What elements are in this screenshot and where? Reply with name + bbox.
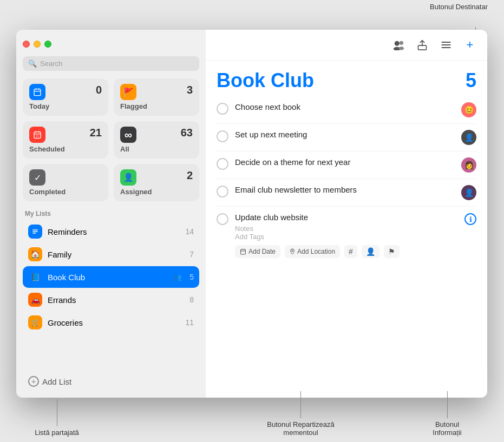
share-button[interactable] <box>414 36 431 54</box>
task-avatar-4: 👤 <box>461 185 476 200</box>
tasks-area: Choose next book 😊 Set up next meeting 👤… <box>206 96 487 398</box>
smart-list-all[interactable]: ∞ 63 All <box>114 121 199 159</box>
search-input[interactable]: Search <box>40 60 62 68</box>
errands-count: 8 <box>189 295 194 304</box>
add-date-label: Add Date <box>248 248 276 255</box>
svg-point-15 <box>399 47 404 50</box>
task-text-1: Choose next book <box>235 102 455 112</box>
person-icon: 👤 <box>366 247 375 256</box>
task-name-4: Email club newsletter to members <box>235 185 357 194</box>
flag-button[interactable]: ⚑ <box>384 245 400 258</box>
add-location-button[interactable]: Add Location <box>285 245 340 258</box>
task-row: Choose next book 😊 <box>217 96 476 124</box>
today-label: Today <box>29 102 102 110</box>
annotation-shared-list: Listă partajată <box>16 399 97 437</box>
flagged-icon: 🚩 <box>120 84 136 100</box>
svg-rect-20 <box>241 249 246 254</box>
flag-icon: ⚑ <box>388 247 395 256</box>
list-title: Book Club <box>217 69 314 92</box>
groceries-label: Groceries <box>48 318 180 327</box>
scheduled-label: Scheduled <box>29 145 102 153</box>
add-list-icon: + <box>28 376 39 387</box>
smart-list-completed[interactable]: ✓ Completed <box>23 164 108 201</box>
task-checkbox-4[interactable] <box>217 186 228 197</box>
task-toolbar: Add Date Add Location # <box>235 245 458 258</box>
bottom-annotations: Listă partajată Butonul Repartizează mem… <box>16 391 488 437</box>
collaborators-button[interactable] <box>390 36 407 54</box>
task-name-1: Choose next book <box>235 102 300 111</box>
smart-lists-grid: 0 Today 🚩 3 Flagged <box>23 78 199 201</box>
task-checkbox-5[interactable] <box>217 213 228 225</box>
reminders-count: 14 <box>185 227 194 236</box>
task-checkbox-2[interactable] <box>217 130 228 142</box>
flagged-label: Flagged <box>120 102 193 110</box>
titlebar <box>23 38 199 48</box>
flagged-count: 3 <box>187 84 193 96</box>
main-content: + Book Club 5 Choose next book 😊 Set up … <box>206 30 487 398</box>
task-notes: Notes <box>235 225 458 233</box>
list-item-family[interactable]: 🏠 Family 7 <box>23 243 199 265</box>
all-icon: ∞ <box>120 127 136 143</box>
errands-label: Errands <box>48 295 184 305</box>
lists-container: Reminders 14 🏠 Family 7 📘 Book Club 👥 5 … <box>23 221 199 370</box>
errands-icon: 🚗 <box>28 293 42 307</box>
smart-list-scheduled[interactable]: 21 21 Scheduled <box>23 121 108 159</box>
task-row: Set up next meeting 👤 <box>217 124 476 151</box>
assigned-count: 2 <box>187 169 193 182</box>
svg-point-12 <box>395 41 400 46</box>
task-info-button[interactable]: ℹ <box>464 213 476 225</box>
list-item-errands[interactable]: 🚗 Errands 8 <box>23 289 199 311</box>
task-avatar-3: 👩 <box>461 157 476 173</box>
svg-rect-0 <box>34 89 41 96</box>
annotation-shared-label: Listă partajată <box>35 428 79 437</box>
task-row: Email club newsletter to members 👤 <box>217 179 476 207</box>
task-row: Decide on a theme for next year 👩 <box>217 151 476 179</box>
app-window: 🔍 Search 0 Today <box>16 30 487 398</box>
reminders-label: Reminders <box>48 227 180 236</box>
task-text-2: Set up next meeting <box>235 130 455 140</box>
task-tags: Add Tags <box>235 233 458 241</box>
search-bar[interactable]: 🔍 Search <box>23 56 199 71</box>
minimize-button[interactable] <box>34 41 41 48</box>
family-label: Family <box>48 250 184 259</box>
list-view-button[interactable] <box>437 36 455 54</box>
task-text-4: Email club newsletter to members <box>235 185 455 195</box>
today-count: 0 <box>96 84 102 96</box>
task-checkbox-3[interactable] <box>217 158 228 170</box>
assigned-label: Assigned <box>120 188 193 196</box>
book-club-count: 5 <box>189 273 194 281</box>
all-label: All <box>120 145 193 153</box>
sidebar: 🔍 Search 0 Today <box>16 30 206 398</box>
annotation-top: Butonul Destinatar <box>430 3 488 11</box>
scheduled-count: 21 <box>90 127 102 139</box>
annotation-assign-label: Butonul Repartizează mementoul <box>267 420 334 437</box>
scheduled-icon: 21 <box>29 127 45 143</box>
smart-list-assigned[interactable]: 👤 2 Assigned <box>114 164 199 201</box>
fullscreen-button[interactable] <box>44 41 51 48</box>
close-button[interactable] <box>23 41 30 48</box>
task-text-5: Update club website Notes Add Tags Add D… <box>235 213 458 258</box>
list-item-groceries[interactable]: 🛒 Groceries 11 <box>23 312 199 333</box>
task-checkbox-1[interactable] <box>217 103 228 115</box>
list-item-reminders[interactable]: Reminders 14 <box>23 221 199 242</box>
add-tag-button[interactable]: # <box>344 245 357 258</box>
assign-person-button[interactable]: 👤 <box>362 245 379 258</box>
add-list-label: Add List <box>42 377 71 386</box>
add-location-label: Add Location <box>297 248 335 255</box>
annotation-info: Butonul Informații <box>407 391 488 437</box>
family-icon: 🏠 <box>28 247 42 261</box>
list-count: 5 <box>466 69 476 92</box>
task-name-5: Update club website <box>235 213 308 222</box>
add-task-button[interactable]: + <box>461 36 479 54</box>
smart-list-flagged[interactable]: 🚩 3 Flagged <box>114 78 199 116</box>
smart-list-today[interactable]: 0 Today <box>23 78 108 116</box>
annotation-assign: Butonul Repartizează mementoul <box>247 391 355 437</box>
list-item-book-club[interactable]: 📘 Book Club 👥 5 <box>23 266 199 288</box>
all-count: 63 <box>181 127 193 139</box>
task-name-3: Decide on a theme for next year <box>235 157 350 167</box>
list-header: Book Club 5 <box>206 61 487 96</box>
add-date-button[interactable]: Add Date <box>235 245 280 258</box>
svg-text:21: 21 <box>36 135 39 138</box>
task-name-2: Set up next meeting <box>235 130 307 139</box>
add-list-row[interactable]: + Add List <box>23 372 199 391</box>
